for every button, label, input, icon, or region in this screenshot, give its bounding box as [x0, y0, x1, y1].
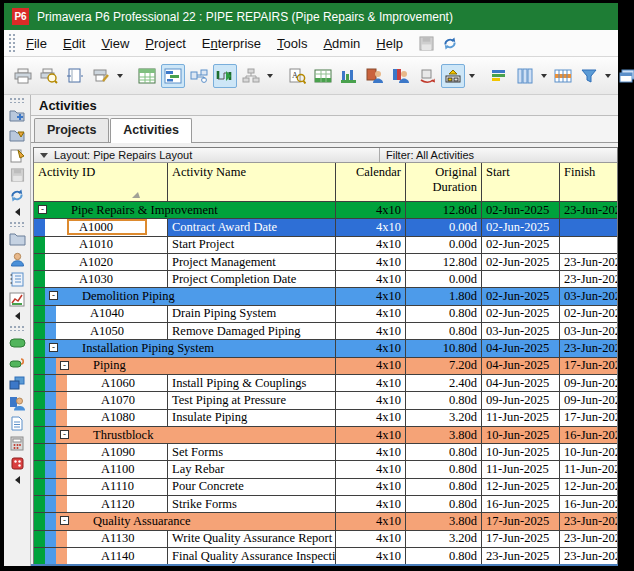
cell-calendar[interactable]: 4x10 [336, 358, 406, 374]
cell-finish[interactable]: 10-Jun-2025 [560, 444, 617, 460]
cell-activity-name[interactable]: Lay Rebar [168, 461, 336, 477]
activity-network-icon[interactable] [213, 64, 237, 88]
cell-start[interactable] [482, 271, 560, 287]
cell-activity-name[interactable]: Set Forms [168, 444, 336, 460]
cell-original-duration[interactable]: 7.20d [406, 358, 482, 374]
find-icon[interactable]: A [285, 64, 309, 88]
activity-row[interactable]: A1100Lay Rebar4x100.80d11-Jun-202511-Jun… [34, 461, 617, 478]
cell-finish[interactable]: 17-Jun-2025 [560, 410, 617, 426]
activity-row[interactable]: A1070Test Piping at Pressure4x100.80d09-… [34, 392, 617, 409]
cell-calendar[interactable]: 4x10 [336, 548, 406, 564]
collapse-minus-icon[interactable]: - [60, 430, 69, 439]
group-row[interactable]: -Pipe Repairs & Improvement4x1012.80d02-… [34, 202, 617, 219]
activity-row[interactable]: A1130Write Quality Assurance Report4x103… [34, 531, 617, 548]
cell-original-duration[interactable]: 12.80d [406, 202, 482, 218]
cell-start[interactable]: 09-Jun-2025 [482, 392, 560, 408]
chevron-down-icon[interactable] [541, 74, 547, 78]
cell-calendar[interactable]: 4x10 [336, 479, 406, 495]
rollup-icon[interactable] [415, 64, 439, 88]
menu-item-admin[interactable]: Admin [315, 32, 368, 55]
cell-original-duration[interactable]: 0.80d [406, 323, 482, 339]
cell-calendar[interactable]: 4x10 [336, 254, 406, 270]
open-project-icon[interactable] [8, 127, 26, 143]
cell-activity-id[interactable]: A1040 [56, 306, 168, 322]
group-row[interactable]: -Quality Assuarance4x103.80d17-Jun-20252… [34, 513, 617, 530]
cell-finish[interactable]: 23-Jun-2025 [560, 271, 617, 287]
activity-row[interactable]: A1020Project Management4x1012.80d02-Jun-… [34, 254, 617, 271]
print-preview-icon[interactable] [37, 64, 61, 88]
menu-item-tools[interactable]: Tools [269, 32, 315, 55]
cell-start[interactable]: 02-Jun-2025 [482, 254, 560, 270]
print-setup-icon[interactable] [89, 64, 113, 88]
columns-icon[interactable] [513, 64, 537, 88]
cell-calendar[interactable]: 4x10 [336, 496, 406, 512]
cell-start[interactable]: 12-Jun-2025 [482, 479, 560, 495]
cell-calendar[interactable]: 4x10 [336, 375, 406, 391]
activity-row[interactable]: A1080Insulate Piping4x103.20d11-Jun-2025… [34, 410, 617, 427]
cell-finish[interactable]: 16-Jun-2025 [560, 427, 617, 443]
cell-start[interactable]: 04-Jun-2025 [482, 375, 560, 391]
menu-item-help[interactable]: Help [368, 32, 411, 55]
cell-finish[interactable]: 23-Jun-2025 [560, 254, 617, 270]
cell-finish[interactable] [560, 219, 617, 235]
cell-finish[interactable]: 23-Jun-2025 [560, 548, 617, 564]
reports-icon[interactable] [8, 271, 26, 287]
menu-item-file[interactable]: File [18, 32, 55, 55]
group-name-cell[interactable]: -Piping [56, 358, 336, 374]
activity-row[interactable]: A1120Strike Forms4x100.80d16-Jun-202516-… [34, 496, 617, 513]
activities-icon[interactable] [8, 335, 26, 351]
risks-icon[interactable] [8, 455, 26, 471]
cell-start[interactable]: 02-Jun-2025 [482, 237, 560, 253]
print-icon[interactable] [11, 64, 35, 88]
cell-calendar[interactable]: 4x10 [336, 513, 406, 529]
documents-icon[interactable] [8, 415, 26, 431]
cell-activity-id[interactable]: A1010 [45, 237, 168, 253]
projects-icon[interactable] [8, 231, 26, 247]
cell-activity-id[interactable]: A1090 [67, 444, 168, 460]
cell-activity-name[interactable]: Final Quality Assurance Inspection [168, 548, 336, 564]
column-header-activity-id[interactable]: Activity ID [34, 163, 168, 201]
collapse-minus-icon[interactable]: - [60, 516, 69, 525]
group-row[interactable]: -Thrustblock4x103.80d10-Jun-202516-Jun-2… [34, 427, 617, 444]
cell-calendar[interactable]: 4x10 [336, 237, 406, 253]
import-icon[interactable] [8, 147, 26, 163]
cell-calendar[interactable]: 4x10 [336, 202, 406, 218]
cell-activity-name[interactable]: Project Management [168, 254, 336, 270]
cell-activity-name[interactable]: Project Completion Date [168, 271, 336, 287]
cell-original-duration[interactable]: 0.00d [406, 271, 482, 287]
activity-row[interactable]: A1140Final Quality Assurance Inspection4… [34, 548, 617, 564]
tab-activities[interactable]: Activities [110, 118, 192, 143]
cell-start[interactable]: 04-Jun-2025 [482, 358, 560, 374]
cell-start[interactable]: 02-Jun-2025 [482, 219, 560, 235]
cell-original-duration[interactable]: 0.00d [406, 237, 482, 253]
cell-activity-id[interactable]: A1030 [45, 271, 168, 287]
cell-calendar[interactable]: 4x10 [336, 444, 406, 460]
cell-activity-id[interactable]: A1140 [67, 548, 168, 564]
resource-usage-icon[interactable] [363, 64, 387, 88]
cell-calendar[interactable]: 4x10 [336, 340, 406, 356]
collapse-section-icon[interactable] [15, 208, 20, 216]
group-name-cell[interactable]: -Installation Piping System [45, 340, 336, 356]
cell-original-duration[interactable]: 3.80d [406, 513, 482, 529]
cell-finish[interactable]: 02-Jun-2025 [560, 306, 617, 322]
resource-profile-icon[interactable] [337, 64, 361, 88]
filter-funnel-icon[interactable] [577, 64, 601, 88]
cell-calendar[interactable]: 4x10 [336, 410, 406, 426]
refresh-icon[interactable] [441, 35, 459, 51]
cell-activity-id[interactable]: A1050 [56, 323, 168, 339]
cell-original-duration[interactable]: 3.20d [406, 531, 482, 547]
cell-original-duration[interactable]: 0.80d [406, 392, 482, 408]
column-header-calendar[interactable]: Calendar [336, 163, 406, 201]
cell-activity-id[interactable]: A1000 [45, 219, 168, 235]
cell-calendar[interactable]: 4x10 [336, 461, 406, 477]
group-name-cell[interactable]: -Thrustblock [56, 427, 336, 443]
cell-start[interactable]: 11-Jun-2025 [482, 461, 560, 477]
assignments-icon[interactable] [389, 64, 413, 88]
table-view-icon[interactable] [135, 64, 159, 88]
cell-original-duration[interactable]: 0.80d [406, 496, 482, 512]
column-header-activity-name[interactable]: Activity Name [168, 163, 336, 201]
chevron-down-icon[interactable] [40, 153, 48, 158]
menu-item-view[interactable]: View [93, 32, 137, 55]
refresh-icon[interactable] [8, 187, 26, 203]
cell-calendar[interactable]: 4x10 [336, 288, 406, 304]
